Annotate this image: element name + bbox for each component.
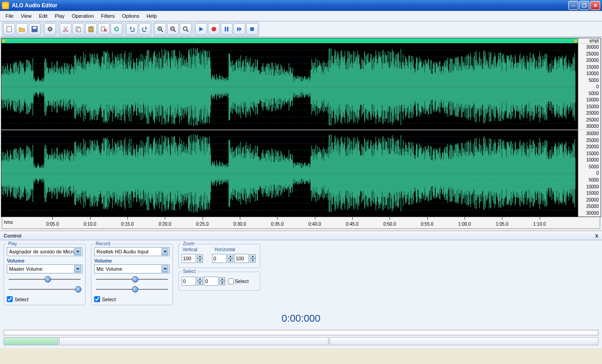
pause-button[interactable] (221, 23, 233, 35)
amplitude-label: 5000 (578, 91, 599, 96)
undo-icon (128, 25, 136, 33)
new-button[interactable] (3, 23, 15, 35)
zoom-h1-spinner[interactable]: ▲▼ (228, 254, 233, 263)
svg-rect-7 (77, 28, 81, 32)
refresh-button[interactable] (111, 23, 122, 35)
select-checkbox[interactable] (228, 278, 234, 284)
time-display: 0:00:000 (0, 309, 602, 328)
svg-rect-17 (250, 27, 254, 31)
end-marker-icon[interactable] (573, 40, 578, 43)
zoom-out-button[interactable] (167, 23, 179, 35)
amplitude-label: 0 (578, 171, 599, 176)
zoom-in-button[interactable] (154, 23, 166, 35)
play-select-checkbox[interactable] (7, 296, 13, 302)
timeline-label: 0:20.0 (158, 222, 171, 227)
start-marker-icon[interactable] (1, 40, 6, 43)
copy-icon (75, 25, 82, 33)
save-button[interactable] (29, 23, 40, 35)
amplitude-label: 20000 (578, 197, 599, 202)
zoom-fit-icon (182, 25, 189, 33)
menu-file[interactable]: File (2, 12, 17, 20)
record-select-checkbox[interactable] (94, 296, 100, 302)
control-close-button[interactable]: x (595, 232, 598, 239)
chevron-down-icon (162, 248, 168, 255)
zoom-vertical-input[interactable] (182, 254, 196, 263)
undo-button[interactable] (126, 23, 138, 35)
amplitude-label: 20000 (578, 144, 599, 149)
play-legend: Play (7, 241, 18, 246)
redo-icon (141, 25, 148, 33)
open-button[interactable] (16, 23, 28, 35)
amplitude-label: 20000 (578, 111, 599, 116)
status-cell-2 (59, 337, 329, 345)
channel-left[interactable] (1, 44, 578, 130)
amplitude-label: 15000 (578, 65, 599, 70)
zoom-vertical-spinner[interactable]: ▲▼ (197, 254, 203, 263)
paste-button[interactable] (85, 23, 97, 35)
menu-filters[interactable]: Filters (97, 12, 118, 20)
timeline-unit: hms (2, 217, 15, 228)
copy-button[interactable] (72, 23, 84, 35)
play-volume-slider-1[interactable] (7, 275, 82, 283)
delete-button[interactable] (98, 23, 110, 35)
menu-operation[interactable]: Operation (68, 12, 97, 20)
record-mixer-combo[interactable]: Mic Volume (94, 264, 170, 273)
play-volume-slider-2[interactable] (7, 285, 82, 293)
progress-bar[interactable] (4, 330, 598, 335)
menu-play[interactable]: Play (51, 12, 68, 20)
select-to-input[interactable] (204, 277, 218, 286)
timeline[interactable]: hms 0:05.00:10.00:15.00:20.00:25.00:30.0… (2, 217, 600, 229)
settings-button[interactable] (44, 23, 56, 35)
minimize-button[interactable]: ─ (568, 1, 578, 10)
select-from-input[interactable] (182, 277, 196, 286)
menu-edit[interactable]: Edit (35, 12, 51, 20)
timeline-label: 0:10.0 (84, 222, 96, 227)
record-volume-slider-2[interactable] (94, 285, 170, 293)
select-from-spinner[interactable]: ▲▼ (197, 277, 203, 285)
maximize-button[interactable]: ❐ (579, 1, 589, 10)
zoom-h2-spinner[interactable]: ▲▼ (250, 254, 256, 263)
amplitude-label: 20000 (578, 58, 599, 63)
menu-help[interactable]: Help (143, 12, 161, 20)
timeline-marks: 0:05.00:10.00:15.00:20.00:25.00:30.00:35… (15, 217, 577, 228)
redo-button[interactable] (139, 23, 151, 35)
timeline-label: 0:45.0 (346, 222, 359, 227)
window-title: ALO Audio Editor (12, 2, 568, 9)
record-device-combo[interactable]: Realtek HD Audio Input (94, 247, 170, 256)
waveform-area: smpl 30000250002000015000100005000050001… (0, 37, 602, 230)
paste-icon (87, 25, 95, 33)
amplitude-label: 5000 (578, 164, 599, 169)
stop-button[interactable] (246, 23, 258, 35)
record-volume-slider-1[interactable] (94, 275, 170, 283)
zoom-horizontal-label: Horizontal (215, 247, 235, 252)
control-title: Control (4, 233, 21, 238)
amplitude-label: 15000 (578, 104, 599, 109)
close-button[interactable]: ✕ (590, 1, 600, 10)
forward-button[interactable] (233, 23, 245, 35)
cut-button[interactable] (60, 23, 71, 35)
menu-view[interactable]: View (17, 12, 35, 20)
select-to-spinner[interactable]: ▲▼ (219, 277, 225, 285)
select-group: Select ▲▼ ▲▼ Select (178, 272, 260, 291)
amplitude-label: 25000 (578, 204, 599, 209)
timeline-label: 0:05.0 (46, 222, 59, 227)
timeline-label: 0:25.0 (196, 222, 209, 227)
zoom-legend: Zoom (182, 241, 196, 246)
menu-options[interactable]: Options (118, 12, 143, 20)
amplitude-label: 10000 (578, 184, 599, 189)
svg-rect-9 (90, 26, 92, 28)
settings-icon (46, 25, 54, 33)
zoom-h2-input[interactable] (234, 254, 249, 263)
play-button[interactable] (195, 23, 207, 35)
timeline-label: 0:30.0 (233, 222, 246, 227)
play-mixer-combo[interactable]: Master Volume (7, 264, 82, 273)
amplitude-labels-left: 3000025000200001500010000500005000100001… (578, 44, 601, 130)
zoom-h1-input[interactable] (212, 254, 227, 263)
waveform-viewport[interactable] (1, 38, 578, 217)
amplitude-label: 30000 (578, 124, 599, 129)
zoom-fit-button[interactable] (180, 23, 192, 35)
play-device-combo[interactable]: Asignador de sonido de Micro (7, 247, 82, 256)
record-button[interactable] (208, 23, 220, 35)
marker-bar[interactable] (1, 38, 578, 44)
channel-right[interactable] (1, 130, 578, 217)
